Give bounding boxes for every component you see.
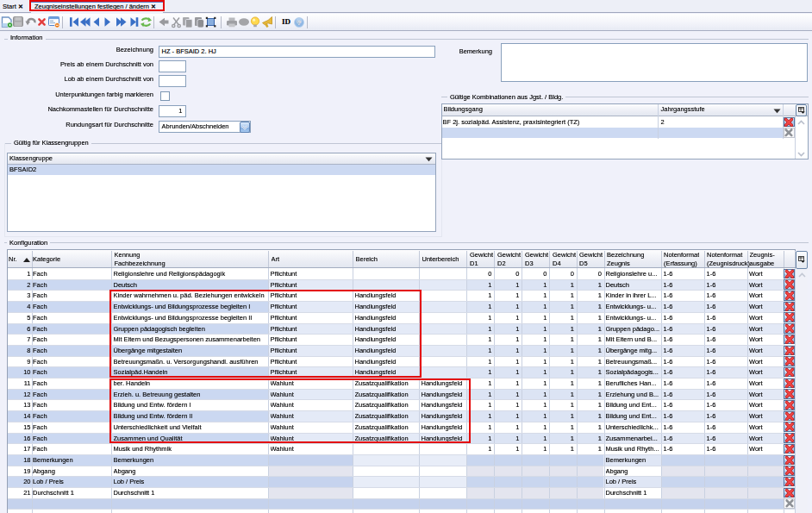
svg-text:?: ?	[297, 18, 302, 26]
